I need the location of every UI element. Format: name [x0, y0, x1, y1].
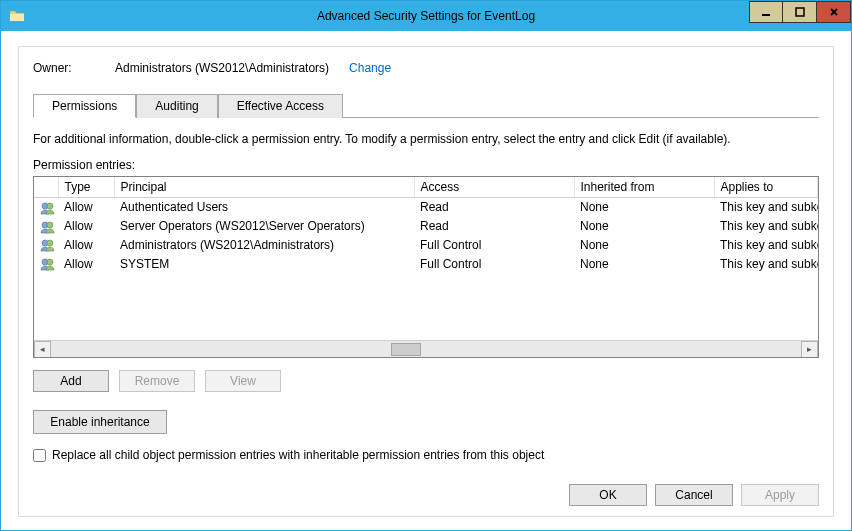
- cell-principal: SYSTEM: [114, 254, 414, 273]
- scroll-right-button[interactable]: ▸: [801, 341, 818, 358]
- cell-applies: This key and subkeys: [714, 236, 818, 255]
- cell-inherited: None: [574, 254, 714, 273]
- change-owner-link[interactable]: Change: [349, 61, 391, 75]
- cell-access: Read: [414, 198, 574, 217]
- inner-panel: Owner: Administrators (WS2012\Administra…: [18, 46, 834, 517]
- cell-type: Allow: [58, 236, 114, 255]
- view-button: View: [205, 370, 281, 392]
- close-button[interactable]: [817, 1, 851, 23]
- table-row[interactable]: AllowAuthenticated UsersReadNoneThis key…: [34, 198, 818, 217]
- cell-applies: This key and subkeys: [714, 217, 818, 236]
- scroll-left-button[interactable]: ◂: [34, 341, 51, 358]
- col-applies-header[interactable]: Applies to: [714, 177, 818, 198]
- content-area: Owner: Administrators (WS2012\Administra…: [1, 31, 851, 530]
- cell-inherited: None: [574, 217, 714, 236]
- titlebar[interactable]: Advanced Security Settings for EventLog: [1, 1, 851, 31]
- cell-applies: This key and subkeys: [714, 254, 818, 273]
- scroll-track[interactable]: [51, 341, 801, 358]
- permission-grid[interactable]: Type Principal Access Inherited from App…: [33, 176, 819, 358]
- window-title: Advanced Security Settings for EventLog: [1, 9, 851, 23]
- cell-type: Allow: [58, 217, 114, 236]
- col-type-header[interactable]: Type: [58, 177, 114, 198]
- apply-button: Apply: [741, 484, 819, 506]
- replace-checkbox-label[interactable]: Replace all child object permission entr…: [52, 448, 544, 462]
- svg-point-3: [47, 203, 53, 209]
- tab-effective-access[interactable]: Effective Access: [218, 94, 343, 118]
- svg-point-9: [47, 259, 53, 265]
- col-principal-header[interactable]: Principal: [114, 177, 414, 198]
- svg-point-7: [47, 240, 53, 246]
- group-icon: [34, 217, 58, 236]
- cell-inherited: None: [574, 198, 714, 217]
- minimize-button[interactable]: [749, 1, 783, 23]
- cell-access: Read: [414, 217, 574, 236]
- cell-principal: Server Operators (WS2012\Server Operator…: [114, 217, 414, 236]
- cancel-button[interactable]: Cancel: [655, 484, 733, 506]
- remove-button: Remove: [119, 370, 195, 392]
- svg-point-5: [47, 222, 53, 228]
- table-row[interactable]: AllowServer Operators (WS2012\Server Ope…: [34, 217, 818, 236]
- entries-label: Permission entries:: [33, 158, 819, 172]
- maximize-button[interactable]: [783, 1, 817, 23]
- tab-strip: Permissions Auditing Effective Access: [33, 93, 819, 118]
- replace-checkbox[interactable]: [33, 449, 46, 462]
- table-row[interactable]: AllowAdministrators (WS2012\Administrato…: [34, 236, 818, 255]
- col-inherited-header[interactable]: Inherited from: [574, 177, 714, 198]
- tab-permissions[interactable]: Permissions: [33, 94, 136, 118]
- enable-inheritance-button[interactable]: Enable inheritance: [33, 410, 167, 434]
- table-header-row: Type Principal Access Inherited from App…: [34, 177, 818, 198]
- ok-button[interactable]: OK: [569, 484, 647, 506]
- entry-buttons: Add Remove View: [33, 370, 819, 392]
- scroll-thumb[interactable]: [391, 343, 421, 356]
- cell-access: Full Control: [414, 254, 574, 273]
- cell-applies: This key and subkeys: [714, 198, 818, 217]
- owner-value: Administrators (WS2012\Administrators): [115, 61, 329, 75]
- instruction-text: For additional information, double-click…: [33, 132, 819, 146]
- replace-checkbox-row: Replace all child object permission entr…: [33, 448, 819, 462]
- cell-access: Full Control: [414, 236, 574, 255]
- col-icon-header[interactable]: [34, 177, 58, 198]
- group-icon: [34, 198, 58, 217]
- svg-rect-0: [762, 14, 770, 16]
- horizontal-scrollbar[interactable]: ◂ ▸: [34, 340, 818, 357]
- cell-type: Allow: [58, 254, 114, 273]
- cell-inherited: None: [574, 236, 714, 255]
- owner-row: Owner: Administrators (WS2012\Administra…: [33, 61, 819, 75]
- folder-icon: [9, 8, 25, 24]
- svg-rect-1: [796, 8, 804, 16]
- add-button[interactable]: Add: [33, 370, 109, 392]
- table-row[interactable]: AllowSYSTEMFull ControlNoneThis key and …: [34, 254, 818, 273]
- permission-table: Type Principal Access Inherited from App…: [34, 177, 818, 273]
- cell-principal: Administrators (WS2012\Administrators): [114, 236, 414, 255]
- footer-buttons: OK Cancel Apply: [33, 470, 819, 506]
- cell-type: Allow: [58, 198, 114, 217]
- col-access-header[interactable]: Access: [414, 177, 574, 198]
- security-settings-window: Advanced Security Settings for EventLog …: [0, 0, 852, 531]
- group-icon: [34, 236, 58, 255]
- window-controls: [749, 1, 851, 31]
- owner-label: Owner:: [33, 61, 105, 75]
- cell-principal: Authenticated Users: [114, 198, 414, 217]
- group-icon: [34, 254, 58, 273]
- tab-auditing[interactable]: Auditing: [136, 94, 217, 118]
